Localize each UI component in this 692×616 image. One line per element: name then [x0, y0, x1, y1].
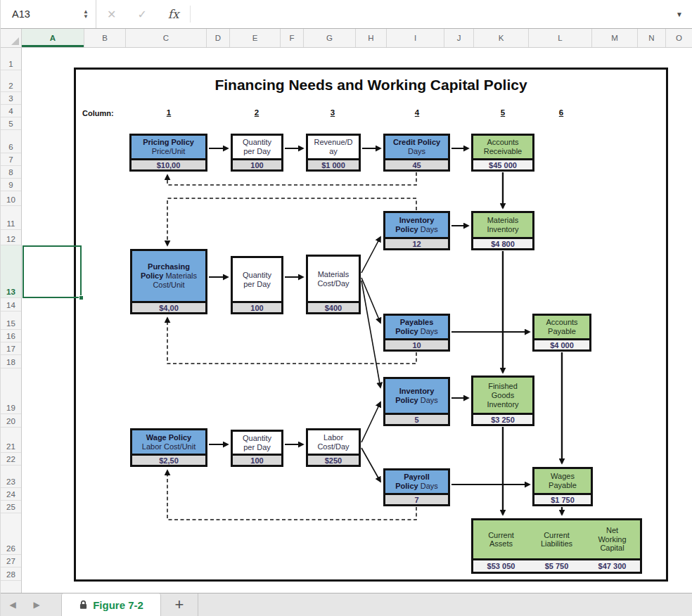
row-header-25[interactable]: 25: [1, 501, 21, 513]
formula-input[interactable]: [191, 0, 676, 28]
box-header: Quantityper Day: [233, 136, 281, 158]
box-header-text: Policy: [141, 271, 165, 280]
box-header-text: Pricing Policy: [143, 138, 194, 146]
column-header-M[interactable]: M: [592, 29, 638, 47]
column-header-N[interactable]: N: [638, 29, 666, 47]
box-header-text: Policy: [395, 396, 420, 404]
column-header-G[interactable]: G: [304, 29, 356, 47]
row-header-2[interactable]: 2: [1, 70, 21, 92]
row-header-10[interactable]: 10: [1, 191, 21, 206]
row-header-15[interactable]: 15: [1, 312, 21, 330]
box-header: Quantityper Day: [233, 432, 281, 454]
sheet-nav-right-icon[interactable]: ▶: [25, 593, 49, 616]
row-header-14[interactable]: 14: [1, 298, 21, 312]
box-header-text: Policy: [395, 327, 420, 335]
row-header-13[interactable]: 13: [1, 245, 21, 298]
row-header-3[interactable]: 3: [1, 92, 21, 105]
box-header-line: Payable: [548, 327, 576, 336]
function-icon[interactable]: fx: [158, 7, 190, 21]
row-header-20[interactable]: 20: [1, 414, 21, 428]
add-sheet-button[interactable]: +: [161, 593, 198, 616]
row-header-7[interactable]: 7: [1, 153, 21, 166]
row-headers: 1234567891011121314151617181920212223242…: [1, 48, 22, 593]
figure-box-matcost: MaterialsCost/Day$400: [306, 255, 361, 314]
box-header-line: Payroll: [404, 473, 430, 482]
row-header-12[interactable]: 12: [1, 230, 21, 245]
row-header-11[interactable]: 11: [1, 206, 21, 230]
column-header-B[interactable]: B: [84, 29, 126, 47]
box-header-line: Cost/Day: [317, 279, 349, 288]
box-header-text: Price/Unit: [152, 147, 186, 155]
accept-icon[interactable]: ✓: [127, 8, 157, 21]
column-header-L[interactable]: L: [529, 29, 592, 47]
column-header-A[interactable]: A: [22, 29, 84, 47]
box-header-line: Wage Policy: [146, 433, 191, 442]
fill-handle[interactable]: [79, 295, 84, 300]
select-all-corner[interactable]: [1, 29, 22, 47]
box-header-text: Days: [421, 327, 438, 335]
box-header-line: Payable: [549, 481, 577, 490]
column-header-C[interactable]: C: [126, 29, 207, 47]
column-header-I[interactable]: I: [387, 29, 444, 47]
row-header-1[interactable]: 1: [1, 48, 21, 70]
box-header: Pricing PolicyPrice/Unit: [132, 136, 205, 158]
figure-box-payroll: PayrollPolicy Days7: [383, 468, 450, 506]
box-header-text: per Day: [243, 280, 271, 288]
box-header: PurchasingPolicy MaterialsCost/Unit: [132, 251, 205, 301]
row-header-23[interactable]: 23: [1, 466, 21, 488]
name-box[interactable]: A13 ▲ ▼: [1, 0, 96, 28]
formula-bar-dropdown-icon[interactable]: ▼: [676, 11, 692, 18]
column-header-O[interactable]: O: [666, 29, 692, 47]
row-header-27[interactable]: 27: [1, 555, 21, 567]
column-header-H[interactable]: H: [356, 29, 387, 47]
figure-object[interactable]: Financing Needs and Working Capital Poli…: [74, 68, 668, 582]
sheet-nav-left-icon[interactable]: ◀: [1, 593, 25, 616]
active-cell-selection[interactable]: [23, 245, 82, 298]
box-header-line: Inventory: [487, 225, 518, 234]
column-header-row: ABCDEFGHIJKLMNO: [1, 29, 692, 48]
box-header: InventoryPolicy Days: [385, 213, 448, 237]
box-header-line: Policy Days: [395, 327, 438, 336]
box-value: 10: [385, 338, 448, 349]
box-header-text: ay: [329, 147, 338, 155]
column-header-F[interactable]: F: [281, 29, 304, 47]
step-down-icon[interactable]: ▼: [83, 14, 89, 19]
box-header-text: Purchasing: [148, 262, 190, 271]
row-header-22[interactable]: 22: [1, 453, 21, 466]
column-header-E[interactable]: E: [230, 29, 281, 47]
column-header-K[interactable]: K: [474, 29, 529, 47]
box-header-text: Wages: [551, 472, 575, 480]
row-header-5[interactable]: 5: [1, 117, 21, 130]
row-header-9[interactable]: 9: [1, 179, 21, 191]
row-header-26[interactable]: 26: [1, 513, 21, 555]
figure-box-ar: AccountsReceivable$45 000: [471, 134, 534, 172]
row-header-16[interactable]: 16: [1, 330, 21, 342]
box-header-line: Wages: [551, 472, 575, 481]
row-header-6[interactable]: 6: [1, 130, 21, 153]
sheet-tab-figure-7-2[interactable]: Figure 7-2: [61, 593, 161, 616]
summary-label-line: Liabilities: [541, 539, 572, 548]
row-header-21[interactable]: 21: [1, 428, 21, 453]
row-header-24[interactable]: 24: [1, 488, 21, 501]
row-header-4[interactable]: 4: [1, 105, 21, 117]
box-header-line: Goods: [492, 391, 514, 400]
column-header-D[interactable]: D: [207, 29, 230, 47]
box-header-text: Wage Policy: [146, 433, 191, 442]
cancel-icon[interactable]: ✕: [96, 8, 127, 21]
name-box-stepper[interactable]: ▲ ▼: [83, 9, 89, 19]
row-header-17[interactable]: 17: [1, 342, 21, 355]
spreadsheet-app: A13 ▲ ▼ ✕ ✓ fx ▼ ABCDEFGHIJKLMNO 1234567…: [0, 0, 692, 616]
box-header-text: Quantity: [243, 138, 271, 146]
box-header-text: per Day: [243, 443, 271, 451]
row-header-28[interactable]: 28: [1, 567, 21, 581]
figure-box-inv12: InventoryPolicy Days12: [383, 211, 450, 250]
column-header-J[interactable]: J: [444, 29, 474, 47]
box-header-text: Cost/Day: [317, 279, 349, 288]
row-header-8[interactable]: 8: [1, 166, 21, 179]
box-header-text: Receivable: [484, 147, 522, 155]
summary-label-line: Working: [598, 535, 626, 544]
row-header-19[interactable]: 19: [1, 368, 21, 414]
row-header-18[interactable]: 18: [1, 355, 21, 368]
summary-value: $53 050: [473, 560, 529, 572]
figure-box-summary: CurrentAssetsCurrentLiabilitiesNetWorkin…: [471, 518, 642, 574]
